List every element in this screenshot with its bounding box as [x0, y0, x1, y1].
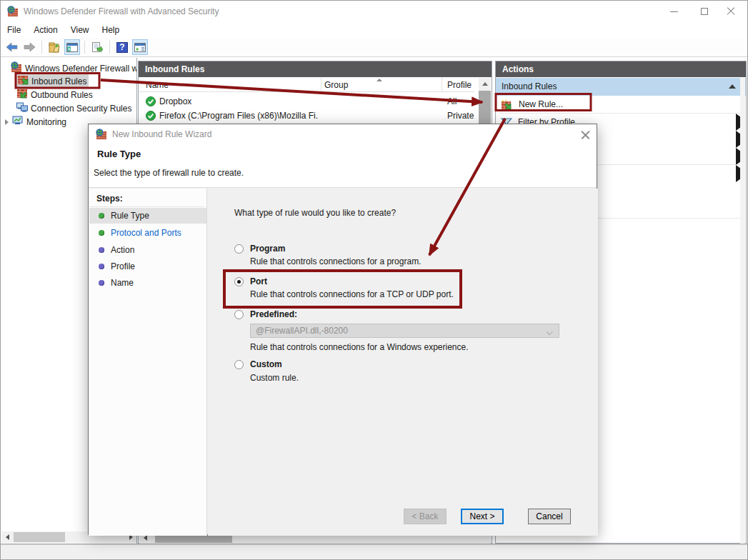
column-group[interactable]: Group	[324, 80, 348, 90]
back-button[interactable]: < Back	[404, 509, 447, 524]
tree-item-label: Outbound Rules	[31, 90, 93, 100]
main-window: Windows Defender Firewall with Advanced …	[0, 0, 748, 560]
new-rule-icon	[501, 99, 513, 110]
tree-item-outbound-rules[interactable]: Outbound Rules	[16, 88, 93, 101]
toolbar-separator	[109, 41, 110, 54]
status-strip	[1, 544, 747, 560]
step-bullet-icon	[99, 280, 104, 286]
collapse-section-icon[interactable]	[729, 84, 736, 89]
rule-row-dropbox[interactable]: Dropbox	[146, 94, 191, 109]
show-console-tree-button[interactable]	[64, 39, 80, 55]
radio-program[interactable]	[234, 244, 244, 254]
step-name[interactable]: Name	[89, 275, 206, 291]
step-label: Rule Type	[111, 211, 149, 221]
chevron-down-icon	[547, 329, 553, 335]
wizard-page-subheading: Select the type of firewall rule to crea…	[94, 168, 244, 178]
rules-pane-header: Inbound Rules	[139, 61, 492, 77]
back-button[interactable]	[4, 39, 19, 55]
export-list-button[interactable]	[89, 39, 105, 55]
tree-root-label: Windows Defender Firewall with	[25, 64, 136, 74]
wizard-content: What type of rule would you like to crea…	[208, 189, 598, 536]
step-label[interactable]: Protocol and Ports	[111, 228, 181, 238]
step-rule-type[interactable]: Rule Type	[89, 208, 206, 224]
console-tree-icon	[66, 43, 78, 52]
wizard-steps-panel: Steps: Rule Type Protocol and Ports Acti…	[89, 189, 207, 536]
step-profile[interactable]: Profile	[89, 259, 206, 274]
rule-profile: All	[447, 96, 457, 106]
separator	[90, 206, 204, 207]
open-button[interactable]	[46, 39, 62, 55]
wizard-question: What type of rule would you like to crea…	[234, 208, 396, 218]
forward-button[interactable]	[21, 39, 37, 55]
option-program-desc: Rule that controls connections for a pro…	[250, 256, 421, 266]
expand-chevron-icon[interactable]	[5, 119, 9, 125]
help-icon: ?	[116, 42, 128, 53]
next-button[interactable]: Next >	[461, 509, 504, 524]
column-divider	[442, 78, 442, 92]
tree-item-inbound-rules[interactable]: Inbound Rules	[16, 74, 89, 88]
maximize-button[interactable]	[692, 1, 717, 22]
actions-scrollbar-track[interactable]	[740, 78, 745, 544]
help-button[interactable]: ?	[114, 39, 130, 55]
maximize-icon	[701, 8, 708, 15]
option-custom-label: Custom	[250, 359, 282, 369]
action-label: New Rule...	[519, 99, 563, 109]
tree-item-monitoring[interactable]: Monitoring	[5, 115, 66, 129]
tree-item-label: Monitoring	[26, 117, 66, 127]
radio-port[interactable]	[234, 277, 244, 286]
step-label: Action	[111, 245, 134, 255]
monitoring-icon	[12, 116, 24, 128]
step-bullet-icon	[99, 230, 104, 236]
folder-icon	[49, 42, 61, 53]
menu-help[interactable]: Help	[96, 22, 126, 38]
option-program-label: Program	[250, 244, 285, 254]
separator	[499, 113, 742, 114]
tree-item-label: Connection Security Rules	[31, 104, 131, 114]
dialog-title: New Inbound Rule Wizard	[112, 124, 211, 144]
close-icon	[727, 7, 735, 16]
outbound-rules-icon	[16, 89, 28, 101]
tree-item-label: Inbound Rules	[31, 76, 86, 86]
step-action[interactable]: Action	[89, 242, 206, 258]
forward-arrow-icon	[24, 42, 36, 52]
option-port-desc: Rule that controls connections for a TCP…	[250, 289, 454, 299]
radio-custom[interactable]	[234, 360, 244, 369]
step-protocol-and-ports[interactable]: Protocol and Ports	[89, 225, 206, 241]
window-title: Windows Defender Firewall with Advanced …	[24, 1, 219, 22]
scroll-up-button[interactable]	[479, 78, 491, 90]
action-new-rule[interactable]: New Rule...	[496, 96, 742, 112]
firewall-icon	[96, 129, 107, 142]
actions-section-inbound-rules[interactable]: Inbound Rules	[496, 78, 746, 96]
minimize-icon	[670, 11, 678, 12]
selected-highlight: Inbound Rules	[16, 74, 89, 88]
close-button[interactable]	[719, 1, 743, 22]
menu-action[interactable]: Action	[27, 22, 64, 38]
menu-view[interactable]: View	[64, 22, 96, 38]
cancel-button[interactable]: Cancel	[528, 509, 571, 524]
firewall-icon	[11, 61, 22, 75]
enabled-check-icon	[146, 111, 156, 121]
scrollbar-thumb[interactable]	[14, 532, 65, 542]
step-bullet-icon	[99, 264, 104, 269]
enabled-check-icon	[146, 96, 156, 106]
minimize-button[interactable]	[662, 1, 686, 22]
toolbar-separator	[84, 41, 85, 54]
tree-item-connection-security-rules[interactable]: Connection Security Rules	[16, 101, 131, 115]
rule-row-firefox[interactable]: Firefox (C:\Program Files (x86)\Mozilla …	[146, 109, 319, 123]
toolbar-separator	[41, 41, 42, 54]
show-action-pane-button[interactable]	[132, 39, 148, 55]
scroll-left-button[interactable]	[1, 531, 13, 543]
sort-ascending-icon	[377, 79, 382, 81]
step-bullet-icon	[99, 213, 104, 219]
tree-root-firewall[interactable]: Windows Defender Firewall with	[11, 61, 136, 75]
column-profile[interactable]: Profile	[447, 80, 472, 90]
dialog-title-bar: New Inbound Rule Wizard	[89, 124, 597, 144]
menu-file[interactable]: File	[1, 22, 27, 38]
option-predefined-label: Predefined:	[250, 309, 297, 319]
dialog-close-button[interactable]	[580, 129, 591, 140]
wizard-page-heading: Rule Type	[97, 149, 141, 159]
radio-predefined[interactable]	[234, 310, 244, 319]
column-name[interactable]: Name	[146, 80, 169, 90]
predefined-dropdown[interactable]: @FirewallAPI.dll,-80200	[250, 324, 559, 338]
rule-profile: Private	[447, 111, 474, 121]
